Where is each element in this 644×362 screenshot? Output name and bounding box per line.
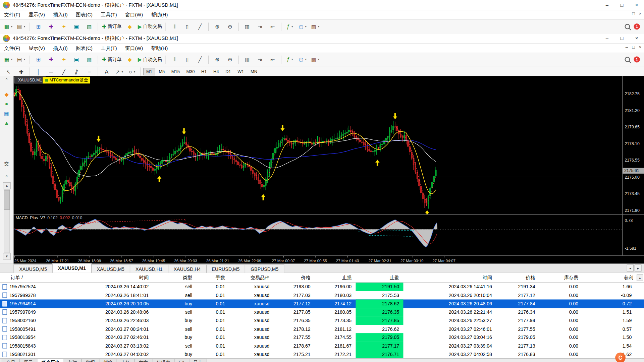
menu-item-5[interactable]: 窗口(W) — [121, 10, 147, 19]
menu-item-3[interactable]: 图表(C) — [72, 44, 97, 53]
scroll-up-button[interactable]: ▲ — [3, 182, 11, 189]
dropdown-arrow-icon[interactable]: ▾ — [305, 58, 307, 61]
chart-tab-xauusd-h4[interactable]: XAUUSD,H4 — [168, 264, 207, 273]
search-icon[interactable] — [625, 24, 630, 29]
dropdown-arrow-icon[interactable]: ▾ — [291, 58, 293, 61]
zoom-in-button[interactable]: ⊕ — [211, 21, 223, 32]
zoom-out-button[interactable]: ⊖ — [224, 54, 236, 65]
text-tool-button[interactable]: A — [101, 66, 113, 77]
notification-badge[interactable]: 1 — [634, 56, 640, 62]
crosshair-tool-button[interactable]: ✚ — [15, 66, 27, 77]
dropdown-arrow-icon[interactable]: ▾ — [11, 58, 13, 61]
child-minimize-button[interactable]: – — [626, 11, 628, 16]
child-close-button[interactable]: × — [639, 45, 642, 50]
auto-scroll-button[interactable]: ⇥ — [254, 54, 266, 65]
dropdown-arrow-icon[interactable]: ▾ — [291, 25, 293, 28]
terminal-tab-新闻[interactable]: 新闻 — [64, 359, 82, 362]
column-header-2[interactable]: 类型 — [153, 275, 197, 281]
chart-candles-button[interactable]: ▯ — [181, 54, 193, 65]
restore-button[interactable]: □ — [614, 0, 629, 10]
tile-windows-button[interactable]: ▥ — [241, 54, 253, 65]
strategy-tester-button[interactable]: ▧ — [84, 54, 96, 65]
metaeditor-button[interactable]: ◆ — [124, 21, 136, 32]
history-row[interactable]: 19580158432024.03.27 03:13:02sell0.01xau… — [0, 342, 644, 350]
dropdown-arrow-icon[interactable]: ▾ — [318, 58, 320, 61]
chart-shift-button[interactable]: ⇤ — [267, 21, 279, 32]
history-row[interactable]: 19580139542024.03.27 02:46:01buy0.01xauu… — [0, 333, 644, 342]
dropdown-arrow-icon[interactable]: ▾ — [11, 25, 13, 28]
terminal-tab-日志[interactable]: 日志 — [189, 359, 207, 362]
trendline-tool-button[interactable]: ╱ — [58, 66, 70, 77]
timeframe-h4-button[interactable]: H4 — [211, 68, 222, 75]
column-header-3[interactable]: 手数 — [196, 275, 229, 281]
macd-indicator-pane[interactable]: × — [13, 214, 622, 255]
market-watch-button[interactable]: ⊞ — [33, 54, 45, 65]
menu-item-2[interactable]: 插入(I) — [49, 44, 72, 53]
menu-item-6[interactable]: 帮助(H) — [147, 44, 172, 53]
menu-item-4[interactable]: 工具(T) — [97, 44, 121, 53]
metaeditor-button[interactable]: ◆ — [124, 54, 136, 65]
dock-icon-3[interactable]: ▦ — [0, 111, 13, 116]
chart-tab-gbpusd-m5[interactable]: GBPUSD,M5 — [245, 264, 284, 273]
shapes-tool-button[interactable]: ○▾ — [126, 66, 138, 77]
chart-candles-button[interactable]: ▯ — [181, 21, 193, 32]
scroll-down-button[interactable]: ▼ — [3, 253, 11, 260]
child-close-button[interactable]: × — [639, 11, 642, 16]
column-header-6[interactable]: 止损 — [315, 275, 356, 281]
column-header-9[interactable]: 价格 — [496, 275, 539, 281]
menu-item-2[interactable]: 插入(I) — [49, 10, 72, 19]
terminal-tab-警报[interactable]: 警报 — [81, 359, 99, 362]
chart-tab-eurusd-m5[interactable]: EURUSD,M5 — [206, 264, 245, 273]
data-window-button[interactable]: ✚ — [45, 54, 57, 65]
new-order-button[interactable]: ✚新订单 — [101, 54, 123, 65]
chart-shift-button[interactable]: ⇤ — [267, 54, 279, 65]
chart-tab-xauusd-m1[interactable]: XAUUSD,M1 — [52, 263, 92, 273]
arrows-tool-button[interactable]: ↗▾ — [113, 66, 125, 77]
templates-button[interactable]: ▨▾ — [310, 21, 322, 32]
menu-item-3[interactable]: 图表(C) — [72, 10, 97, 19]
child-restore-button[interactable]: □ — [632, 45, 635, 50]
dropdown-arrow-icon[interactable]: ▾ — [24, 25, 25, 28]
tab-scroll-left-button[interactable]: ◂ — [627, 264, 634, 272]
dock-icon-2[interactable]: ● — [0, 101, 13, 107]
terminal-tab-文章[interactable]: 文章 — [134, 359, 152, 362]
close-button[interactable]: × — [629, 0, 644, 10]
history-row[interactable]: 19580213012024.03.27 04:00:02buy0.01xauu… — [0, 350, 644, 358]
vertical-line-tool-button[interactable]: │ — [33, 66, 45, 77]
dropdown-arrow-icon[interactable]: ▾ — [24, 58, 25, 61]
profiles-button[interactable]: ▤▾ — [15, 21, 27, 32]
terminal-tab-代码库[interactable]: 代码库 — [152, 359, 174, 362]
scrollbar-thumb[interactable] — [4, 190, 10, 210]
new-chart-button[interactable]: ▦▾ — [2, 54, 14, 65]
indicators-list-button[interactable]: ƒ▾ — [284, 21, 296, 32]
zoom-out-button[interactable]: ⊖ — [224, 21, 236, 32]
child-minimize-button[interactable]: – — [626, 45, 628, 50]
autotrading-button[interactable]: ▶自动交易 — [137, 21, 163, 32]
profiles-button[interactable]: ▤▾ — [15, 54, 27, 65]
navigator-button[interactable]: ✦ — [58, 21, 70, 32]
fibonacci-tool-button[interactable]: ≡ — [84, 66, 96, 77]
column-header-1[interactable]: 时间 — [62, 275, 153, 281]
history-table-header[interactable]: 订单 /时间类型手数交易品种价格止损止盈时间价格库存费获利 — [0, 273, 644, 283]
new-chart-button[interactable]: ▦▾ — [2, 21, 14, 32]
menu-item-1[interactable]: 显示(V) — [24, 44, 49, 53]
terminal-tab-邮箱[interactable]: 邮箱 — [99, 359, 117, 362]
terminal-tab-市场[interactable]: 市场 — [117, 359, 135, 362]
column-header-0[interactable]: 订单 / — [0, 275, 62, 281]
dropdown-arrow-icon[interactable]: ▾ — [133, 70, 135, 73]
templates-button[interactable]: ▨▾ — [310, 54, 322, 65]
menu-item-1[interactable]: 显示(V) — [24, 10, 49, 19]
search-icon[interactable] — [625, 57, 630, 62]
child-restore-button[interactable]: □ — [632, 11, 635, 16]
column-header-7[interactable]: 止盈 — [356, 275, 403, 281]
dock-icon-1[interactable]: ◆ — [0, 92, 13, 97]
chart-tab-xauusd-m5[interactable]: XAUUSD,M5 — [13, 264, 52, 273]
timeframe-m1-button[interactable]: M1 — [143, 68, 155, 75]
terminal-tab-EA[interactable]: EA — [174, 359, 189, 362]
navigator-button[interactable]: ✦ — [58, 54, 70, 65]
window1-titlebar[interactable]: 48454276: ForexTimeFXTM-ECN-demo - 模拟帐户 … — [0, 0, 644, 10]
terminal-tab-展示[interactable]: 展示 — [19, 359, 38, 362]
column-header-11[interactable]: 获利 — [582, 275, 637, 281]
tab-scroll-right-button[interactable]: ▸ — [635, 264, 642, 272]
chart-tab-xauusd-m5[interactable]: XAUUSD,M5 — [91, 264, 130, 273]
